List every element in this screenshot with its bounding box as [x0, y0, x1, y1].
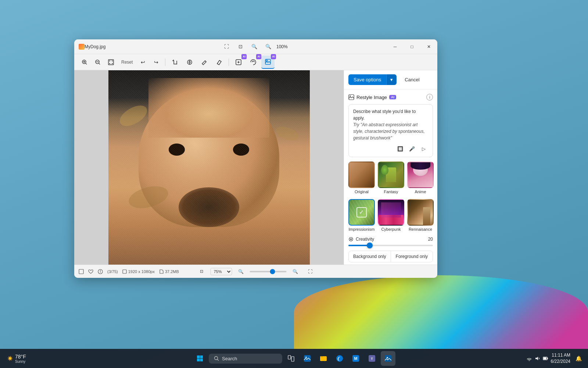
svg-rect-34: [291, 357, 294, 361]
svg-point-19: [350, 96, 351, 97]
style-item-impressionism[interactable]: ✓ Impressionism: [348, 199, 375, 231]
search-bar[interactable]: Search: [209, 354, 282, 364]
canvas-area[interactable]: [74, 70, 344, 265]
creativity-label-group: Creativity: [348, 237, 374, 242]
maximize-button[interactable]: □: [404, 39, 420, 54]
taskbar-center: Search: [193, 351, 395, 366]
minimize-button[interactable]: ─: [387, 39, 404, 54]
prompt-input-area[interactable]: Describe what style you'd like to apply.…: [348, 104, 433, 157]
adjust-btn[interactable]: [183, 56, 196, 69]
title-zoom-out-btn[interactable]: 🔍: [248, 41, 260, 53]
style-thumb-fantasy: [378, 162, 404, 188]
svg-text:M: M: [354, 356, 357, 361]
erase-btn[interactable]: [212, 56, 226, 69]
status-info-btn[interactable]: [98, 269, 103, 274]
toolbar: Reset ↩ ↪: [74, 54, 437, 70]
network-icon[interactable]: [527, 356, 532, 361]
restyle-section-header: Restyle Image AI i: [348, 94, 433, 100]
reset-btn[interactable]: Reset: [118, 58, 136, 66]
zoom-out-toolbar-btn[interactable]: [92, 56, 104, 68]
foreground-only-btn[interactable]: Foreground only: [391, 251, 433, 262]
creativity-slider[interactable]: [348, 245, 433, 246]
restyle-image-btn[interactable]: AI: [261, 56, 275, 69]
cancel-button[interactable]: Cancel: [399, 74, 424, 85]
svg-marker-47: [535, 357, 538, 360]
task-view-button[interactable]: [284, 351, 298, 366]
notification-btn[interactable]: 🔔: [573, 353, 584, 364]
svg-line-32: [218, 360, 219, 361]
creativity-icon: [348, 237, 354, 242]
taskbar-app-teams[interactable]: T: [365, 351, 379, 366]
restyle-ai-badge: AI: [271, 54, 276, 59]
background-only-btn[interactable]: Background only: [349, 251, 391, 262]
desktop-wallpaper-rainbow: [294, 275, 588, 349]
creativity-section: Creativity 20: [348, 237, 433, 246]
battery-icon[interactable]: [543, 356, 548, 361]
style-item-renaissance[interactable]: Rennaisance: [407, 199, 434, 231]
zoom-fullscreen-btn[interactable]: ⛶: [304, 266, 316, 277]
toolbar-sep-2: [229, 59, 229, 66]
crop-btn[interactable]: [168, 56, 182, 69]
creativity-header: Creativity 20: [348, 237, 433, 242]
zoom-select[interactable]: 75% 50% 100% 125%: [211, 268, 232, 275]
clock-date: 6/22/2024: [551, 358, 570, 365]
panel-header: Save options ▾ Cancel: [344, 70, 437, 89]
svg-rect-49: [547, 358, 548, 359]
status-zoom-mode-btn[interactable]: ⊡: [196, 266, 208, 277]
main-content: Save options ▾ Cancel Restyle Image: [74, 70, 437, 265]
style-item-anime[interactable]: Anime: [407, 162, 434, 194]
info-button[interactable]: i: [426, 94, 433, 100]
prompt-hint-text: Describe what style you'd like to apply.…: [353, 108, 428, 141]
svg-rect-30: [200, 359, 203, 362]
toolbar-sep-1: [165, 59, 165, 66]
generative-fill-btn[interactable]: AI: [247, 56, 260, 69]
volume-icon[interactable]: [535, 356, 540, 361]
window-title: MyDog.jpg: [85, 44, 105, 49]
taskbar-app-store[interactable]: M: [348, 351, 363, 366]
creativity-slider-thumb[interactable]: [367, 243, 373, 248]
zoom-in-toolbar-btn[interactable]: [79, 56, 90, 68]
svg-rect-35: [304, 355, 311, 362]
zoom-controls: ⊡ 75% 50% 100% 125% 🔍 🔍 ⛶: [196, 266, 316, 277]
prompt-mic-btn[interactable]: 🎤: [408, 144, 416, 153]
taskbar-app-explorer[interactable]: [316, 351, 331, 366]
style-item-original[interactable]: Original: [348, 162, 375, 194]
fit-view-btn[interactable]: [105, 56, 117, 68]
status-view-btn[interactable]: [79, 269, 84, 274]
taskbar-app-photos-editor[interactable]: [381, 351, 395, 366]
style-thumb-renaissance: [407, 199, 434, 226]
svg-point-31: [215, 357, 218, 360]
title-zoom-in-btn[interactable]: 🔍: [262, 41, 274, 53]
weather-widget[interactable]: ☀️ 78°F Sunny: [4, 352, 29, 365]
redo-btn[interactable]: ↪: [150, 56, 162, 68]
prompt-emoji-btn[interactable]: 🔲: [396, 144, 405, 153]
status-favorite-btn[interactable]: [88, 269, 93, 274]
svg-point-25: [100, 270, 101, 270]
start-button[interactable]: [193, 351, 207, 366]
close-button[interactable]: ✕: [420, 39, 437, 54]
undo-btn[interactable]: ↩: [137, 56, 149, 68]
style-thumb-original: [348, 162, 375, 188]
generative-erase-btn[interactable]: AI: [232, 56, 245, 69]
panel-content: Restyle Image AI i Describe what style y…: [344, 89, 437, 265]
zoom-in-status-btn[interactable]: 🔍: [290, 266, 301, 277]
title-view-btn[interactable]: ⊡: [234, 41, 246, 53]
prompt-send-btn[interactable]: ▷: [419, 144, 428, 153]
title-zoom-fit-btn[interactable]: ⛶: [220, 41, 232, 53]
style-item-fantasy[interactable]: Fantasy: [378, 162, 404, 194]
style-label-renaissance: Rennaisance: [409, 227, 432, 231]
taskbar-app-edge[interactable]: [332, 351, 347, 366]
taskbar-app-photos[interactable]: [300, 351, 315, 366]
style-item-cyberpunk[interactable]: Cyberpunk: [378, 199, 404, 231]
svg-point-36: [305, 357, 307, 358]
clock[interactable]: 11:11 AM 6/22/2024: [551, 352, 570, 365]
style-label-impressionism: Impressionism: [349, 227, 375, 231]
svg-rect-28: [200, 355, 203, 358]
zoom-out-status-btn[interactable]: 🔍: [235, 266, 247, 277]
zoom-slider-thumb[interactable]: [270, 269, 275, 274]
save-options-button[interactable]: Save options ▾: [348, 74, 397, 85]
status-dimensions-icon: [122, 269, 127, 274]
status-filesize-icon: [159, 269, 164, 274]
draw-btn[interactable]: [198, 56, 211, 69]
zoom-slider[interactable]: [250, 271, 287, 272]
